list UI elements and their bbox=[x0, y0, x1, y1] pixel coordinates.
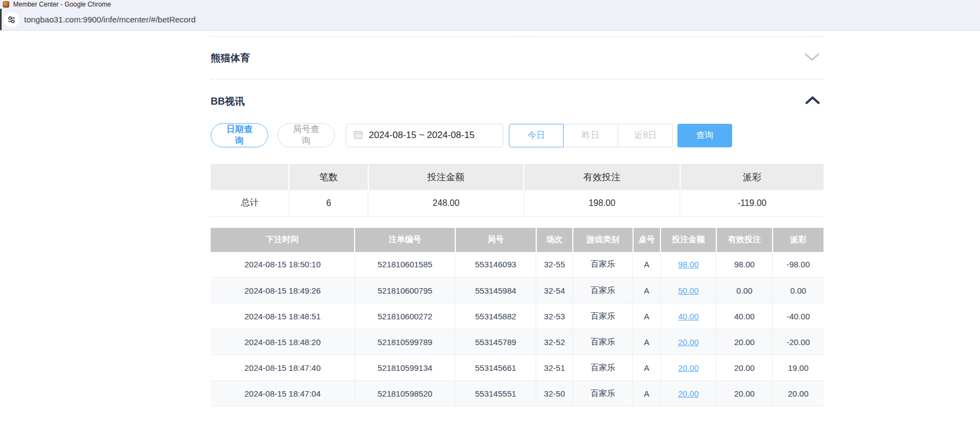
table-cell: 32-54 bbox=[536, 278, 573, 303]
column-header: 笔数 bbox=[289, 164, 368, 190]
bet-record-page: 熊猫体育 BB视讯 日期查询 局号查询 bbox=[0, 36, 980, 430]
table-cell: 553145984 bbox=[455, 278, 536, 303]
chevron-up-icon[interactable] bbox=[805, 95, 820, 107]
bet-amount-link[interactable]: 40.00 bbox=[678, 312, 699, 321]
table-cell: A bbox=[633, 252, 660, 278]
column-header: 派彩 bbox=[680, 164, 824, 190]
table-cell: 553146093 bbox=[455, 252, 536, 278]
column-header: 注单编号 bbox=[355, 228, 455, 252]
table-cell: 2024-08-15 18:47:40 bbox=[211, 355, 355, 381]
yesterday-button[interactable]: 昨日 bbox=[564, 124, 618, 147]
table-row: 2024-08-15 18:50:10521810601585553146093… bbox=[211, 252, 824, 278]
table-cell: 521810600795 bbox=[355, 278, 455, 303]
today-button[interactable]: 今日 bbox=[509, 124, 564, 147]
table-cell: 40.00 bbox=[660, 303, 716, 329]
table-cell: -40.00 bbox=[773, 303, 824, 329]
table-row: 2024-08-15 18:48:20521810599789553145789… bbox=[211, 329, 824, 355]
table-cell: 20.00 bbox=[660, 355, 716, 381]
table-cell: 50.00 bbox=[660, 278, 716, 303]
bet-record-table: 下注时间注单编号局号场次游戏类别桌号投注金额有效投注派彩2024-08-15 1… bbox=[211, 228, 824, 407]
section-bb-video[interactable]: BB视讯 bbox=[211, 79, 824, 123]
table-cell: 198.00 bbox=[524, 190, 680, 216]
section-panda-sports[interactable]: 熊猫体育 bbox=[211, 37, 824, 79]
summary-table: 笔数投注金额有效投注派彩总计6248.00198.00-119.00 bbox=[211, 164, 824, 217]
bet-amount-link[interactable]: 50.00 bbox=[678, 286, 699, 295]
table-cell: A bbox=[633, 278, 660, 303]
site-settings-icon[interactable] bbox=[4, 12, 19, 27]
table-cell: 总计 bbox=[211, 190, 289, 216]
table-cell: 98.00 bbox=[716, 252, 773, 278]
table-cell: 32-55 bbox=[536, 252, 573, 278]
window-edge bbox=[0, 9, 2, 30]
table-cell: 521810599789 bbox=[355, 329, 455, 355]
table-cell: 248.00 bbox=[368, 190, 524, 216]
table-cell: 521810601585 bbox=[355, 252, 455, 278]
table-cell: 553145661 bbox=[455, 355, 536, 381]
url-text[interactable]: tongbao31.com:9900/infe/mcenter/#/betRec… bbox=[24, 15, 196, 24]
section-title-bb: BB视讯 bbox=[211, 95, 245, 108]
table-cell: 2024-08-15 18:48:51 bbox=[211, 303, 355, 329]
table-cell: 32-52 bbox=[536, 329, 573, 355]
bet-amount-link[interactable]: 20.00 bbox=[678, 337, 699, 347]
table-cell: 40.00 bbox=[716, 303, 773, 329]
table-cell: 521810598520 bbox=[355, 381, 455, 406]
table-cell: 19.00 bbox=[773, 355, 824, 381]
bet-amount-link[interactable]: 20.00 bbox=[678, 363, 699, 372]
table-cell: 2024-08-15 18:47:04 bbox=[211, 381, 355, 406]
table-cell: -98.00 bbox=[773, 252, 824, 278]
table-cell: 2024-08-15 18:48:20 bbox=[211, 329, 355, 355]
date-range-input[interactable]: 2024-08-15 ~ 2024-08-15 bbox=[346, 124, 503, 147]
date-query-button[interactable]: 日期查询 bbox=[211, 123, 268, 147]
table-cell: 20.00 bbox=[716, 355, 773, 381]
window-titlebar: Member Center - Google Chrome bbox=[0, 0, 980, 9]
table-cell: 2024-08-15 18:49:26 bbox=[211, 278, 355, 303]
table-row: 2024-08-15 18:49:26521810600795553145984… bbox=[211, 278, 824, 303]
bet-amount-link[interactable]: 98.00 bbox=[678, 260, 699, 269]
table-cell: A bbox=[633, 303, 660, 329]
table-cell: 98.00 bbox=[660, 252, 716, 278]
table-cell: 0.00 bbox=[716, 278, 773, 303]
table-cell: 553145789 bbox=[455, 329, 536, 355]
column-header: 有效投注 bbox=[524, 164, 680, 190]
table-cell: A bbox=[633, 381, 660, 406]
table-cell: A bbox=[633, 329, 660, 355]
table-cell: 百家乐 bbox=[573, 329, 633, 355]
column-header: 投注金额 bbox=[660, 228, 716, 252]
table-cell: A bbox=[633, 355, 660, 381]
column-header: 场次 bbox=[536, 228, 573, 252]
table-cell: 32-53 bbox=[536, 303, 573, 329]
site-favicon-icon bbox=[3, 1, 9, 8]
browser-url-bar[interactable]: tongbao31.com:9900/infe/mcenter/#/betRec… bbox=[0, 9, 980, 31]
table-cell: 521810599134 bbox=[355, 355, 455, 381]
table-cell: 20.00 bbox=[660, 381, 716, 406]
table-row: 2024-08-15 18:47:04521810598520553145551… bbox=[211, 381, 824, 406]
column-header: 投注金额 bbox=[368, 164, 524, 190]
chevron-down-icon[interactable] bbox=[804, 52, 820, 64]
table-cell: 20.00 bbox=[660, 329, 716, 355]
date-range-value: 2024-08-15 ~ 2024-08-15 bbox=[369, 130, 474, 141]
table-cell: 百家乐 bbox=[573, 355, 633, 381]
table-cell: 2024-08-15 18:50:10 bbox=[211, 252, 355, 278]
table-cell: 32-51 bbox=[536, 355, 573, 381]
table-row: 2024-08-15 18:48:51521810600272553145882… bbox=[211, 303, 824, 329]
bet-amount-link[interactable]: 20.00 bbox=[678, 389, 699, 398]
table-cell: 百家乐 bbox=[573, 278, 633, 303]
table-cell: 百家乐 bbox=[573, 252, 633, 278]
table-cell: 553145551 bbox=[455, 381, 536, 406]
column-header bbox=[211, 164, 289, 190]
table-cell: 百家乐 bbox=[573, 303, 633, 329]
column-header: 派彩 bbox=[773, 228, 824, 252]
table-cell: 百家乐 bbox=[573, 381, 633, 406]
table-cell: 20.00 bbox=[773, 381, 824, 406]
section-title-panda: 熊猫体育 bbox=[211, 51, 250, 65]
round-query-button[interactable]: 局号查询 bbox=[277, 123, 335, 147]
quick-range-group: 今日 昨日 近8日 bbox=[509, 124, 673, 147]
table-cell: 6 bbox=[289, 190, 368, 216]
search-button[interactable]: 查询 bbox=[677, 124, 732, 147]
table-cell: 20.00 bbox=[716, 329, 773, 355]
calendar-icon bbox=[353, 130, 363, 141]
window-title: Member Center - Google Chrome bbox=[13, 1, 111, 8]
column-header: 游戏类别 bbox=[573, 228, 633, 252]
last-8-days-button[interactable]: 近8日 bbox=[618, 124, 673, 147]
table-row: 总计6248.00198.00-119.00 bbox=[211, 190, 824, 216]
